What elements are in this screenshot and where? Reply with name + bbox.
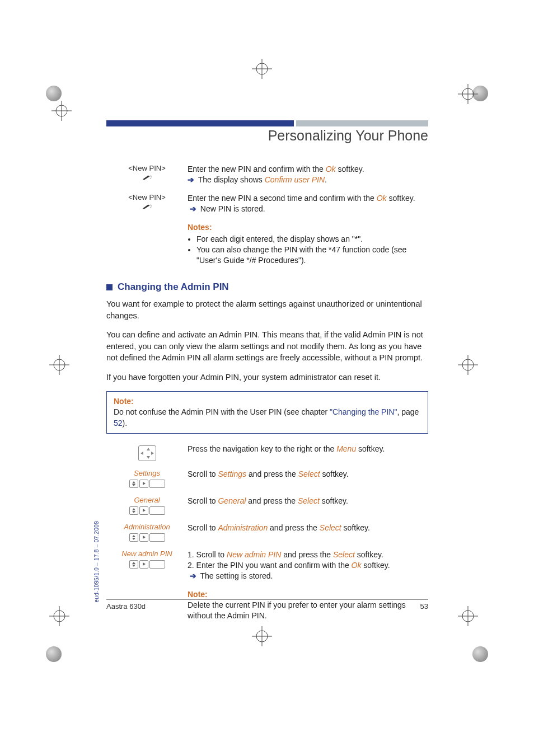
note-heading: Note: <box>114 397 134 406</box>
text: , page <box>397 407 419 416</box>
side-document-code: eud-1095/1.0 – 17.8 – 07.2009 <box>93 521 100 603</box>
footer-product: Aastra 630d <box>106 602 146 611</box>
keys-icon <box>106 480 188 488</box>
text: . <box>325 175 327 184</box>
text: Scroll to <box>188 469 218 478</box>
header-bar <box>106 120 428 126</box>
softkey-ref: Ok <box>377 194 387 203</box>
menu-ref: Administration <box>218 523 268 532</box>
step-text: Press the navigation key to the right or… <box>188 444 428 461</box>
svg-point-28 <box>151 205 152 206</box>
text: softkey. <box>320 469 349 478</box>
text: Enter the new PIN and confirm with the <box>188 165 326 173</box>
step-text: Enter the new PIN a second time and conf… <box>188 193 428 214</box>
text: Do not confuse the Admin PIN with the Us… <box>114 407 330 416</box>
text: softkey. <box>387 194 415 203</box>
text: Press the navigation key to the right or… <box>188 444 336 453</box>
paragraph: You can define and activate an Admin PIN… <box>106 329 428 364</box>
arrow-icon: ➔ <box>190 571 196 580</box>
paragraph: If you have forgotten your Admin PIN, yo… <box>106 372 428 383</box>
step-label-text: <New PIN> <box>106 193 188 201</box>
text: Scroll to <box>188 496 218 505</box>
section-title: Changing the Admin PIN <box>118 281 229 293</box>
text: softkey. <box>336 165 364 173</box>
display-ref: Confirm user PIN <box>265 175 325 184</box>
page-title: Personalizing Your Phone <box>106 128 428 144</box>
text: The setting is stored. <box>198 571 273 580</box>
text: softkey. <box>341 523 370 532</box>
header-bar-grey <box>296 120 428 126</box>
note-item: You can also change the PIN with the *47… <box>196 245 428 266</box>
softkey-ref: Ok <box>352 561 362 570</box>
step-label-text: New admin PIN <box>106 550 188 558</box>
step-label-text: Settings <box>106 469 188 477</box>
step-text: Scroll to General and press the Select s… <box>188 496 428 515</box>
svg-point-27 <box>149 204 151 205</box>
step-new-pin-2: <New PIN> Enter the new PIN a second tim… <box>106 193 428 214</box>
svg-point-25 <box>151 176 152 177</box>
text: and press the <box>246 469 298 478</box>
keys-icon <box>106 560 188 569</box>
pen-icon <box>142 203 152 210</box>
softkey-ref: Select <box>298 469 320 478</box>
step-icon-col: Administration <box>106 523 188 542</box>
decoration-ball <box>46 86 62 101</box>
footer-page-number: 53 <box>420 602 428 611</box>
registration-mark-icon <box>458 355 478 375</box>
step-new-pin-1: <New PIN> Enter the new PIN and confirm … <box>106 164 428 185</box>
registration-mark-icon <box>51 101 72 121</box>
registration-mark-icon <box>49 355 69 375</box>
svg-point-26 <box>150 178 151 179</box>
page: eud-1095/1.0 – 17.8 – 07.2009 Personaliz… <box>0 0 534 756</box>
section-heading: Changing the Admin PIN <box>106 281 428 293</box>
menu-ref: General <box>218 496 246 505</box>
text: softkey. <box>355 550 383 559</box>
notes-content: Notes: For each digit entered, the displ… <box>188 222 428 266</box>
text: The display shows <box>196 175 265 184</box>
cross-reference: "Changing the PIN" <box>330 407 397 416</box>
menu-ref: Settings <box>218 469 246 478</box>
step-label-text: Administration <box>106 523 188 531</box>
step-text: Enter the new PIN and confirm with the O… <box>188 164 428 185</box>
step-label: <New PIN> <box>106 193 188 214</box>
text: softkey. <box>320 496 348 505</box>
arrow-icon: ➔ <box>188 175 194 184</box>
proc-step-nav: Press the navigation key to the right or… <box>106 444 428 461</box>
registration-mark-icon <box>458 84 478 104</box>
step-icon-col: New admin PIN <box>106 550 188 581</box>
step-icon-col: General <box>106 496 188 515</box>
keys-icon <box>106 506 188 515</box>
step-icon-col: Settings <box>106 469 188 488</box>
svg-point-24 <box>149 175 151 176</box>
text: and press the <box>281 550 333 559</box>
text: and press the <box>246 496 298 505</box>
section-bullet-icon <box>106 284 113 290</box>
menu-ref: New admin PIN <box>227 550 281 559</box>
svg-point-29 <box>150 207 151 208</box>
softkey-ref: Ok <box>326 165 336 173</box>
page-footer: Aastra 630d 53 <box>106 599 428 611</box>
text: New PIN is stored. <box>198 204 265 213</box>
notes-heading: Notes: <box>188 222 428 233</box>
text: Enter the new PIN a second time and conf… <box>188 194 377 203</box>
note-heading: Note: <box>188 589 428 600</box>
registration-mark-icon <box>252 59 272 79</box>
note-box: Note: Do not confuse the Admin PIN with … <box>106 391 428 434</box>
text: 2. Enter the PIN you want and confirm wi… <box>188 561 352 570</box>
decoration-ball <box>472 646 488 662</box>
step-text: Scroll to Administration and press the S… <box>188 523 428 542</box>
step-label-text: <New PIN> <box>106 164 188 172</box>
proc-step-administration: Administration Scroll to Administration … <box>106 523 428 542</box>
proc-step-settings: Settings Scroll to Settings and press th… <box>106 469 428 488</box>
text: softkey. <box>361 561 390 570</box>
text: softkey. <box>356 444 385 453</box>
text: and press the <box>268 523 320 532</box>
pen-icon <box>142 174 152 181</box>
proc-step-general: General Scroll to General and press the … <box>106 496 428 515</box>
registration-mark-icon <box>252 626 272 646</box>
step-icon-col <box>106 444 188 461</box>
notes-block: Notes: For each digit entered, the displ… <box>106 222 428 266</box>
softkey-ref: Select <box>298 496 320 505</box>
text: 1. Scroll to <box>188 550 227 559</box>
text: ). <box>123 419 128 428</box>
